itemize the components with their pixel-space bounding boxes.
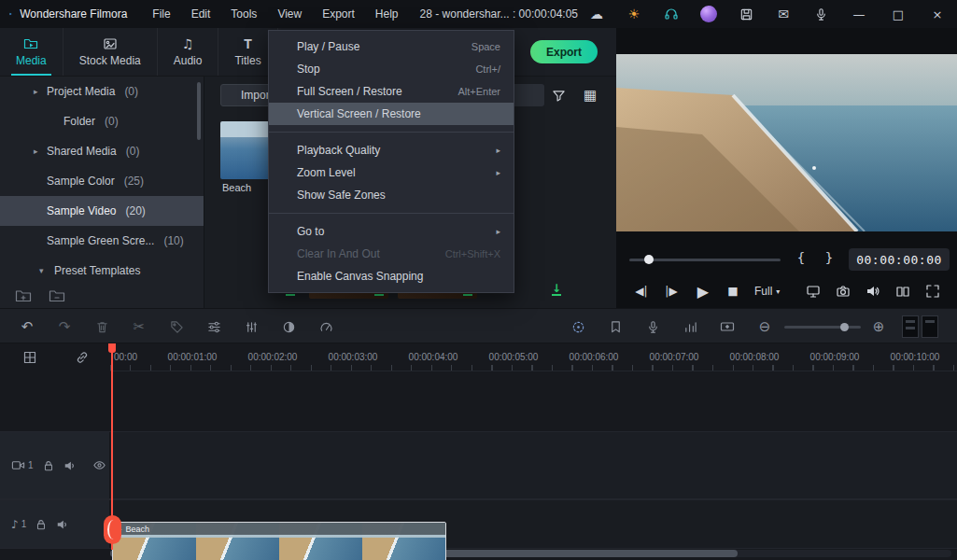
menu-item-full-screen-restore[interactable]: Full Screen / Restore Alt+Enter <box>269 80 514 103</box>
menu-item-show-safe-zones[interactable]: Show Safe Zones <box>269 184 514 206</box>
tab-stock-media[interactable]: Stock Media <box>63 28 158 76</box>
split-scissors-icon[interactable]: ✂ <box>127 309 151 344</box>
tab-audio[interactable]: ♫ Audio <box>158 28 219 76</box>
support-headset-icon[interactable] <box>653 0 690 28</box>
timeline-panel: 00:00 00:00:01:00 00:00:02:00 00:00:03:0… <box>0 343 957 560</box>
mark-in-icon[interactable]: { <box>792 250 810 265</box>
export-button[interactable]: Export <box>530 40 598 63</box>
manage-tracks-icon[interactable] <box>22 350 37 365</box>
display-device-icon[interactable] <box>801 274 825 308</box>
menu-item-playback-quality[interactable]: Playback Quality ▸ <box>269 139 514 161</box>
sidebar-item-sample-video[interactable]: Sample Video (20) <box>0 196 204 226</box>
delete-icon[interactable] <box>90 309 114 344</box>
preview-seek-slider[interactable] <box>629 259 781 261</box>
play-icon[interactable]: ▶ <box>691 274 715 308</box>
mail-icon[interactable]: ✉ <box>765 0 802 28</box>
sidebar-item-folder[interactable]: Folder (0) <box>0 106 204 136</box>
menu-item-stop[interactable]: Stop Ctrl+/ <box>269 58 514 80</box>
speed-ramp-icon[interactable] <box>314 309 338 344</box>
volume-icon[interactable] <box>861 274 885 308</box>
project-info: 28 - wondershar... : 00:00:04:05 <box>420 7 578 21</box>
menu-item-shortcut: Alt+Enter <box>457 86 500 97</box>
window-minimize-button[interactable]: — <box>839 0 879 28</box>
track-height-toggle-large[interactable] <box>922 315 938 338</box>
dual-screen-icon[interactable] <box>891 274 915 308</box>
audio-mixer-icon[interactable] <box>239 309 263 344</box>
menu-item-zoom-level[interactable]: Zoom Level ▸ <box>269 161 514 184</box>
user-avatar[interactable] <box>700 6 717 22</box>
brightness-icon[interactable]: ☀ <box>615 0 653 28</box>
lock-icon[interactable] <box>42 459 55 472</box>
redo-icon[interactable]: ↷ <box>52 309 77 344</box>
stop-icon[interactable]: ■ <box>721 274 745 308</box>
menu-export[interactable]: Export <box>312 0 365 28</box>
mark-out-icon[interactable]: } <box>820 250 838 265</box>
playback-quality-dropdown[interactable]: Full ▾ <box>754 274 780 308</box>
sidebar-item-sample-green-screen[interactable]: Sample Green Scre... (10) <box>0 226 204 256</box>
timeline-ruler[interactable]: 00:00 00:00:01:00 00:00:02:00 00:00:03:0… <box>110 343 957 371</box>
playhead-grip[interactable] <box>104 515 121 544</box>
fullscreen-icon[interactable] <box>921 274 945 308</box>
menu-file[interactable]: File <box>142 0 180 28</box>
track-height-toggle-small[interactable] <box>902 315 919 338</box>
undo-icon[interactable]: ↶ <box>15 309 39 344</box>
stock-media-icon <box>103 36 118 51</box>
hide-track-eye-icon[interactable] <box>92 458 106 472</box>
download-icon[interactable]: ↓ <box>552 283 561 296</box>
beat-detection-icon[interactable] <box>678 309 702 344</box>
sidebar-item-sample-color[interactable]: Sample Color (25) <box>0 166 204 196</box>
add-folder-icon[interactable] <box>15 288 32 303</box>
adjust-sliders-icon[interactable] <box>202 309 226 344</box>
mute-track-icon[interactable] <box>56 518 69 531</box>
tab-media[interactable]: Media <box>0 28 63 76</box>
grid-view-icon[interactable]: ▦ <box>580 85 600 105</box>
timeline-zoom-slider[interactable] <box>784 326 861 329</box>
microphone-icon[interactable] <box>802 0 839 28</box>
menu-item-go-to[interactable]: Go to ▸ <box>269 220 514 243</box>
menu-item-vertical-screen-restore[interactable]: Vertical Screen / Restore <box>269 103 514 125</box>
snapshot-camera-icon[interactable] <box>831 274 855 308</box>
tree-arrow-icon[interactable]: ▾ <box>39 266 44 275</box>
next-frame-icon[interactable]: |▶ <box>659 274 683 308</box>
menu-item-label: Enable Canvas Snapping <box>297 270 423 283</box>
record-voiceover-icon[interactable] <box>640 309 665 344</box>
menu-help[interactable]: Help <box>365 0 409 28</box>
filter-icon[interactable] <box>548 85 569 105</box>
seek-handle[interactable] <box>644 255 654 264</box>
mute-track-icon[interactable] <box>63 459 77 472</box>
save-icon[interactable] <box>727 0 765 28</box>
window-maximize-button[interactable]: □ <box>879 0 918 28</box>
link-clips-icon[interactable] <box>75 350 90 365</box>
cloud-icon[interactable]: ☁ <box>578 0 615 28</box>
color-correction-icon[interactable] <box>276 309 301 344</box>
zoom-handle[interactable] <box>840 323 849 331</box>
playhead-cap[interactable] <box>108 343 116 353</box>
menu-edit[interactable]: Edit <box>181 0 221 28</box>
lock-icon[interactable] <box>35 518 48 531</box>
tree-arrow-icon[interactable]: ▸ <box>34 87 38 96</box>
menu-item-play-pause[interactable]: Play / Pause Space <box>269 35 514 58</box>
dropdown-arrow-icon: ▾ <box>776 287 780 296</box>
delete-folder-icon[interactable] <box>49 288 65 303</box>
menu-item-enable-canvas-snapping[interactable]: Enable Canvas Snapping <box>269 265 514 287</box>
keyframe-icon[interactable] <box>715 309 739 344</box>
zoom-in-icon[interactable]: ⊕ <box>866 309 891 344</box>
window-close-button[interactable]: × <box>918 0 957 28</box>
marker-flag-icon[interactable] <box>603 309 627 344</box>
video-track[interactable]: 1 ▶ Beach <box>0 431 957 499</box>
timeline-clip-beach[interactable]: ▶ Beach <box>112 522 446 560</box>
filmora-logo-icon <box>9 6 12 22</box>
sidebar-item-preset-templates[interactable]: ▾ Preset Templates <box>0 256 204 286</box>
sidebar-scrollbar[interactable] <box>197 82 201 140</box>
render-preview-icon[interactable] <box>566 309 590 344</box>
zoom-out-icon[interactable]: ⊖ <box>753 309 777 344</box>
menu-view[interactable]: View <box>267 0 312 28</box>
sidebar-item-shared-media[interactable]: ▸ Shared Media (0) <box>0 136 204 166</box>
sidebar-item-project-media[interactable]: ▸ Project Media (0) <box>0 77 204 106</box>
previous-frame-icon[interactable]: ◀| <box>629 274 654 308</box>
ruler-label: 00:00:04:00 <box>409 352 458 362</box>
menu-tools[interactable]: Tools <box>220 0 267 28</box>
ruler-label: 00:00:02:00 <box>248 352 298 362</box>
tree-arrow-icon[interactable]: ▸ <box>34 147 38 156</box>
tag-marker-icon[interactable] <box>164 309 189 344</box>
